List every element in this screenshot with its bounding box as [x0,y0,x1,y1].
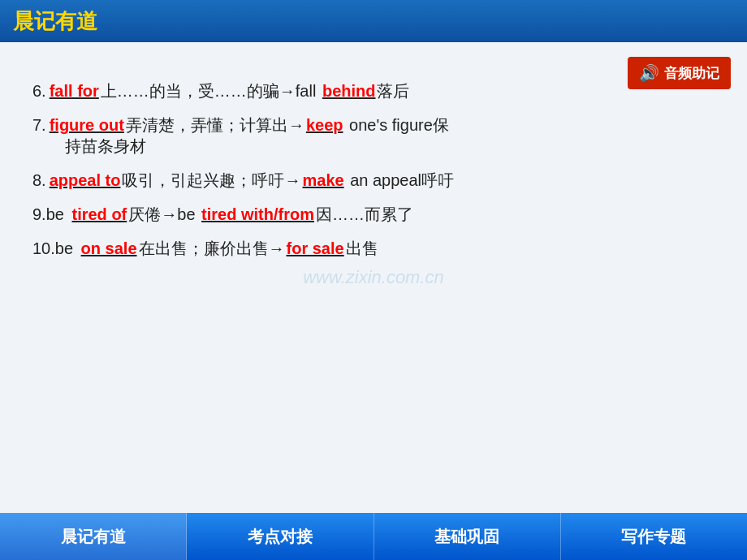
line-8-text1: 吸引，引起兴趣；呼吁→ [122,172,300,188]
line-10-num: 10.be [32,240,78,256]
tab-morning-notes[interactable]: 晨记有道 [0,513,187,560]
tab-key-points[interactable]: 考点对接 [187,513,374,560]
line-10-blank2: for sale [287,240,344,256]
line-9-num: 9.be [32,206,68,222]
line-6-text1: 上……的当，受……的骗→fall [101,83,321,99]
footer-tabs: 晨记有道 考点对接 基础巩固 写作专题 [0,513,747,560]
tab-writing[interactable]: 写作专题 [561,513,747,560]
line-7-row2: 持苗条身材 [32,138,715,154]
line-10-text1: 在出售；廉价出售→ [139,240,285,256]
line-6-text2: 落后 [377,83,409,99]
line-10-text2: 出售 [346,240,378,256]
line-7-blank1: figure out [50,117,124,133]
line-6: 6. fall for 上……的当，受……的骗→fall behind 落后 [32,83,715,99]
audio-label: 音频助记 [664,64,719,83]
content-area: 6. fall for 上……的当，受……的骗→fall behind 落后 7… [32,83,715,256]
line-8-num: 8. [32,172,46,188]
line-7-row1: 7. figure out 弄清楚，弄懂；计算出→ keep one's fig… [32,117,715,133]
line-9: 9.be tired of 厌倦→be tired with/from 因……而… [32,206,715,222]
watermark: www.zixin.com.cn [303,267,444,288]
line-8-text2: an appeal呼吁 [346,172,454,188]
line-8-blank1: appeal to [50,172,121,188]
line-8-blank2: make [302,172,343,188]
line-10-blank1: on sale [81,240,137,256]
line-7: 7. figure out 弄清楚，弄懂；计算出→ keep one's fig… [32,117,715,154]
tab-basic-practice[interactable]: 基础巩固 [374,513,561,560]
line-6-num: 6. [32,83,46,99]
header: 晨记有道 [0,0,747,42]
line-7-num: 7. [32,117,46,133]
audio-button[interactable]: 🔊 音频助记 [628,57,731,89]
page-title: 晨记有道 [13,7,97,36]
line-6-blank2: behind [322,83,376,99]
main-content: 🔊 音频助记 www.zixin.com.cn 6. fall for 上……的… [0,42,747,513]
line-9-text1: 厌倦→be [128,206,200,222]
line-7-text3: 持苗条身材 [65,138,146,154]
line-9-blank2: tired with/from [201,206,314,222]
line-6-blank1: fall for [50,83,99,99]
line-8: 8. appeal to 吸引，引起兴趣；呼吁→ make an appeal呼… [32,172,715,188]
line-9-text2: 因……而累了 [316,206,413,222]
line-9-blank1: tired of [71,206,127,222]
line-10: 10.be on sale 在出售；廉价出售→ for sale 出售 [32,240,715,256]
line-7-blank2: keep [306,117,343,133]
line-7-text1: 弄清楚，弄懂；计算出→ [126,117,304,133]
speaker-icon: 🔊 [639,63,659,83]
line-7-text2: one's figure保 [345,117,449,133]
